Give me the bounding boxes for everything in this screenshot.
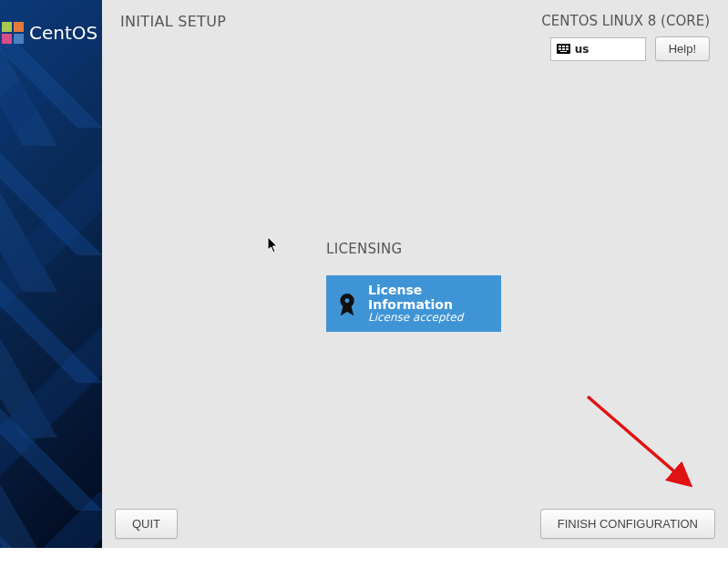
- centos-logo: CentOS: [0, 20, 97, 46]
- mouse-cursor-icon: [267, 236, 280, 254]
- centos-logo-icon: [0, 20, 26, 46]
- main-panel: INITIAL SETUP CENTOS LINUX 8 (CORE) us H…: [102, 0, 728, 548]
- spoke-status: License accepted: [368, 312, 492, 325]
- help-button[interactable]: Help!: [655, 36, 710, 61]
- page-title: INITIAL SETUP: [120, 13, 226, 30]
- sidebar: CentOS: [0, 0, 102, 548]
- finish-configuration-button[interactable]: FINISH CONFIGURATION: [540, 509, 715, 539]
- page-bottom-margin: [0, 548, 728, 568]
- licensing-heading: LICENSING: [326, 241, 501, 257]
- keyboard-layout-selector[interactable]: us: [550, 37, 646, 61]
- certificate-icon: [335, 292, 359, 315]
- svg-point-1: [345, 298, 350, 303]
- license-information-spoke[interactable]: License Information License accepted: [326, 275, 501, 332]
- quit-button[interactable]: QUIT: [115, 509, 178, 539]
- svg-line-2: [588, 397, 688, 483]
- keyboard-icon: [557, 44, 570, 54]
- annotation-arrow-icon: [583, 392, 711, 505]
- spoke-title: License Information: [368, 283, 492, 312]
- distro-label: CENTOS LINUX 8 (CORE): [541, 13, 710, 29]
- brand-text: CentOS: [29, 22, 97, 44]
- keyboard-layout-value: us: [575, 43, 590, 56]
